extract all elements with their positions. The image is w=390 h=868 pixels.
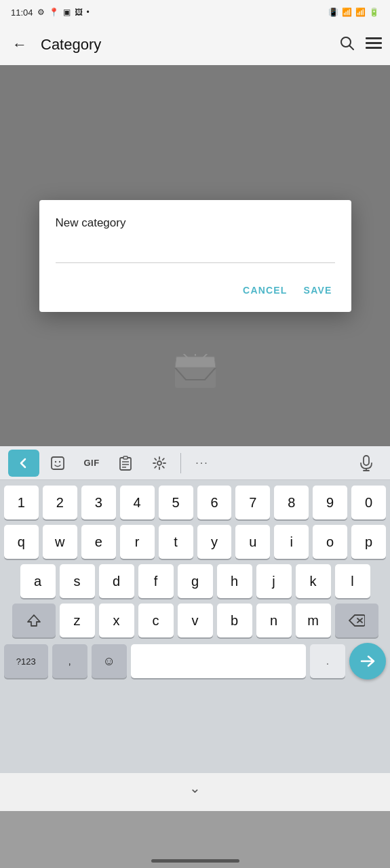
svg-rect-3 bbox=[366, 42, 382, 44]
key-g[interactable]: g bbox=[178, 564, 213, 598]
key-m[interactable]: m bbox=[296, 604, 331, 637]
backspace-key[interactable] bbox=[335, 604, 378, 637]
key-e[interactable]: e bbox=[81, 525, 116, 559]
dialog-buttons: CANCEL SAVE bbox=[56, 279, 335, 301]
new-category-dialog: New category CANCEL SAVE bbox=[39, 200, 351, 312]
number-row: 1 2 3 4 5 6 7 8 9 0 bbox=[4, 486, 386, 519]
app-bar: ← Category bbox=[0, 24, 390, 65]
emoji-key[interactable]: ☺ bbox=[92, 644, 127, 678]
qwerty-row: q w e r t y u i o p bbox=[4, 525, 386, 559]
key-9[interactable]: 9 bbox=[313, 486, 347, 519]
key-o[interactable]: o bbox=[313, 525, 347, 559]
keyboard-area: GIF ··· bbox=[0, 446, 390, 773]
bottom-row: ?123 , ☺ . bbox=[4, 643, 386, 679]
status-bar-left: 11:04 ⚙ 📍 ▣ 🖼 • bbox=[11, 7, 90, 18]
menu-button[interactable] bbox=[366, 35, 382, 55]
clipboard-button[interactable] bbox=[110, 450, 141, 477]
space-key[interactable] bbox=[131, 644, 306, 678]
key-3[interactable]: 3 bbox=[81, 486, 116, 519]
key-p[interactable]: p bbox=[351, 525, 386, 559]
key-j[interactable]: j bbox=[256, 564, 292, 598]
key-7[interactable]: 7 bbox=[235, 486, 270, 519]
key-8[interactable]: 8 bbox=[274, 486, 309, 519]
svg-point-17 bbox=[157, 461, 161, 465]
key-q[interactable]: q bbox=[4, 525, 39, 559]
key-z[interactable]: z bbox=[60, 604, 95, 637]
keyboard-toolbar: GIF ··· bbox=[0, 446, 390, 480]
key-r[interactable]: r bbox=[120, 525, 155, 559]
svg-rect-13 bbox=[123, 456, 128, 459]
media-icon: ▣ bbox=[63, 7, 71, 17]
dialog-overlay: New category CANCEL SAVE bbox=[0, 65, 390, 446]
home-indicator bbox=[151, 859, 239, 863]
image-icon: 🖼 bbox=[75, 7, 83, 17]
svg-rect-4 bbox=[366, 47, 382, 49]
shift-key[interactable] bbox=[12, 604, 56, 637]
content-area: New category CANCEL SAVE bbox=[0, 65, 390, 446]
zxcv-row: z x c v b n m bbox=[4, 604, 386, 637]
key-2[interactable]: 2 bbox=[43, 486, 77, 519]
voice-input-button[interactable] bbox=[351, 450, 382, 477]
key-t[interactable]: t bbox=[159, 525, 193, 559]
dot-icon: • bbox=[87, 7, 90, 17]
asdf-row: a s d f g h j k l bbox=[4, 564, 386, 598]
emoji-keyboard-button[interactable] bbox=[42, 450, 73, 477]
more-options-button[interactable]: ··· bbox=[187, 450, 218, 477]
keyboard-back-button[interactable] bbox=[8, 450, 39, 477]
category-name-input[interactable] bbox=[56, 241, 335, 262]
settings-icon: ⚙ bbox=[37, 7, 45, 17]
back-button[interactable]: ← bbox=[8, 32, 31, 58]
keys-area: 1 2 3 4 5 6 7 8 9 0 q w e r t y u i o p … bbox=[0, 480, 390, 688]
key-0[interactable]: 0 bbox=[351, 486, 386, 519]
svg-line-1 bbox=[350, 46, 354, 50]
key-5[interactable]: 5 bbox=[159, 486, 193, 519]
keyboard-hide-button[interactable]: ⌄ bbox=[189, 780, 201, 796]
dialog-input-wrapper bbox=[56, 241, 335, 263]
key-s[interactable]: s bbox=[60, 564, 95, 598]
status-time: 11:04 bbox=[11, 7, 33, 18]
app-bar-actions bbox=[338, 35, 382, 55]
toolbar-divider bbox=[180, 453, 181, 473]
key-c[interactable]: c bbox=[138, 604, 174, 637]
key-w[interactable]: w bbox=[43, 525, 77, 559]
key-a[interactable]: a bbox=[20, 564, 56, 598]
key-d[interactable]: d bbox=[99, 564, 134, 598]
search-button[interactable] bbox=[338, 35, 355, 55]
key-v[interactable]: v bbox=[178, 604, 213, 637]
signal-icon: 📶 bbox=[355, 7, 366, 17]
comma-key[interactable]: , bbox=[52, 644, 87, 678]
key-i[interactable]: i bbox=[274, 525, 309, 559]
key-b[interactable]: b bbox=[217, 604, 252, 637]
location-icon: 📍 bbox=[49, 7, 59, 17]
symbols-key[interactable]: ?123 bbox=[4, 644, 48, 678]
key-1[interactable]: 1 bbox=[4, 486, 39, 519]
enter-key[interactable] bbox=[349, 643, 386, 679]
key-l[interactable]: l bbox=[335, 564, 370, 598]
vibrate-icon: 📳 bbox=[328, 7, 338, 17]
svg-point-10 bbox=[55, 460, 56, 462]
key-y[interactable]: y bbox=[197, 525, 232, 559]
key-n[interactable]: n bbox=[256, 604, 292, 637]
status-bar-right: 📳 📶 📶 🔋 bbox=[328, 7, 379, 17]
status-bar: 11:04 ⚙ 📍 ▣ 🖼 • 📳 📶 📶 🔋 bbox=[0, 0, 390, 24]
key-x[interactable]: x bbox=[99, 604, 134, 637]
key-h[interactable]: h bbox=[217, 564, 252, 598]
key-u[interactable]: u bbox=[235, 525, 270, 559]
svg-rect-2 bbox=[366, 37, 382, 39]
save-button[interactable]: SAVE bbox=[301, 279, 335, 301]
key-f[interactable]: f bbox=[138, 564, 174, 598]
page-title: Category bbox=[41, 36, 332, 54]
keyboard-settings-button[interactable] bbox=[144, 450, 175, 477]
bottom-bar: ⌄ bbox=[0, 773, 390, 811]
dialog-title: New category bbox=[56, 216, 335, 230]
battery-icon: 🔋 bbox=[369, 7, 379, 17]
key-4[interactable]: 4 bbox=[120, 486, 155, 519]
key-k[interactable]: k bbox=[296, 564, 331, 598]
period-key[interactable]: . bbox=[310, 644, 345, 678]
cancel-button[interactable]: CANCEL bbox=[240, 279, 290, 301]
gif-button[interactable]: GIF bbox=[76, 450, 107, 477]
svg-point-11 bbox=[59, 460, 60, 462]
key-6[interactable]: 6 bbox=[197, 486, 232, 519]
svg-rect-18 bbox=[364, 456, 369, 465]
wifi-icon: 📶 bbox=[342, 7, 352, 17]
